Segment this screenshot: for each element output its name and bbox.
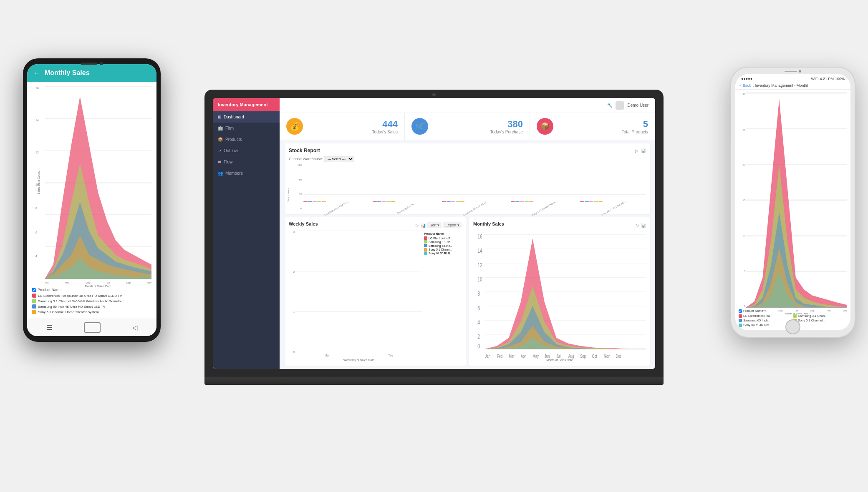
sidebar-label-outflow: Outflow xyxy=(224,148,238,153)
wrench-icon: 🔧 xyxy=(607,103,612,108)
sales-label: Today's Sales xyxy=(372,130,398,134)
weekly-chart-icon[interactable]: 📊 xyxy=(421,223,426,228)
back-button[interactable]: ← xyxy=(34,69,40,77)
android-back-btn[interactable]: ☰ xyxy=(46,324,52,331)
scene: ← Monthly Sales Sales Date Count 16 14 1… xyxy=(0,0,868,492)
bar-group-2 xyxy=(373,201,439,202)
iphone-home-button[interactable] xyxy=(785,319,800,334)
chart-icon[interactable]: 📊 xyxy=(641,148,646,153)
products-icon: 📦 xyxy=(218,137,223,142)
sidebar-item-dashboard[interactable]: ⊞ Dashboard xyxy=(213,111,280,123)
weekly-legend-sony51: Sony 5.1 Chann... xyxy=(424,248,462,251)
monthly-chart-svg: 16 14 12 10 8 6 4 2 0 xyxy=(473,231,646,358)
iphone-time: 4:21 PM xyxy=(820,77,834,81)
svg-text:12: 12 xyxy=(477,261,482,269)
monthly-expand-icon[interactable]: ▷ xyxy=(636,223,639,228)
stat-info-sales: 444 Today's Sales xyxy=(308,119,398,134)
svg-text:Feb: Feb xyxy=(497,353,503,359)
sidebar-label-flow: Flow xyxy=(224,160,232,164)
iphone-legend-sony64: Sony 64.5" 4K Ultr... xyxy=(739,323,792,327)
warehouse-label: Choose Warehouse: --- Select --- xyxy=(289,156,646,162)
sidebar-item-outflow[interactable]: ↗ Outflow xyxy=(213,145,280,156)
iphone-checkbox[interactable] xyxy=(739,309,742,313)
sidebar-item-firm[interactable]: 🏢 Firm xyxy=(213,123,280,134)
android-legend: Product Name LG Electronics Flat 55-Inch… xyxy=(27,284,156,319)
svg-text:Jul: Jul xyxy=(556,353,560,359)
charts-area: Stock Report ▷ 📊 Choose Warehouse: --- S… xyxy=(280,140,655,369)
weekly-sales-card: Weekly Sales ▷ 📊 Sort ▾ Export ▾ xyxy=(285,217,466,366)
warehouse-select[interactable]: --- Select --- xyxy=(324,156,354,162)
iphone-legend-sony51: Sony 5.1 Channel... xyxy=(793,319,847,322)
iphone-x-labels: Jan Mar May Jul Sep Nov Dec xyxy=(746,309,847,312)
svg-text:Oct: Oct xyxy=(592,353,597,359)
svg-text:Dec: Dec xyxy=(616,353,622,359)
iphone-camera xyxy=(799,70,801,73)
svg-text:0: 0 xyxy=(477,342,480,350)
purchase-icon: 🛒 xyxy=(411,118,428,135)
weekly-expand-icon[interactable]: ▷ xyxy=(416,223,419,228)
monthly-chart-icon[interactable]: 📊 xyxy=(641,223,646,228)
main-content: 🔧 Demo User 💰 444 Today's Sales xyxy=(280,98,655,369)
svg-text:10: 10 xyxy=(477,276,482,283)
top-bar: 🔧 Demo User xyxy=(280,98,655,113)
weekly-x-label: WeekDay of Sales Date xyxy=(295,359,422,361)
weekly-chart-inner: 3 2 1 0 xyxy=(289,231,462,361)
sidebar-label-firm: Firm xyxy=(225,126,234,131)
export-button[interactable]: Export ▾ xyxy=(443,222,462,228)
monthly-chart-container: 16 14 12 10 8 6 4 2 0 xyxy=(473,231,646,358)
products-label: Total Products xyxy=(622,130,648,134)
svg-text:16: 16 xyxy=(477,233,482,240)
outflow-icon: ↗ xyxy=(218,148,221,153)
purchase-label: Today's Purchase xyxy=(490,130,523,134)
sort-button[interactable]: Sort ▾ xyxy=(427,222,442,228)
stats-row: 💰 444 Today's Sales 🛒 380 Today's Purcha… xyxy=(280,113,655,140)
iphone-battery: 100% xyxy=(835,77,845,81)
sidebar-item-members[interactable]: 👥 Members xyxy=(213,168,280,179)
iphone-volume-down xyxy=(729,126,731,138)
user-name: Demo User xyxy=(627,103,648,108)
android-home-btn[interactable] xyxy=(84,322,101,333)
bar-group-1 xyxy=(303,201,369,202)
legend-dot-sony51 xyxy=(32,310,36,314)
iphone-chart-svg-container: Jan Mar May Jul Sep Nov Dec Month of Sal… xyxy=(746,93,847,307)
dashboard-icon: ⊞ xyxy=(218,115,221,119)
svg-text:14: 14 xyxy=(477,247,482,254)
iphone-back-button[interactable]: < Back xyxy=(739,83,751,88)
weekly-bars-container xyxy=(295,231,422,353)
iphone-legend-s65: Samsung 65-Inch... xyxy=(739,319,792,322)
firm-icon: 🏢 xyxy=(218,126,223,131)
stock-report-section: Stock Report ▷ 📊 Choose Warehouse: --- S… xyxy=(285,143,650,214)
stat-card-products: 📦 5 Total Products xyxy=(530,113,655,140)
weekly-legend-sony64: Sony 64.5" 4K U... xyxy=(424,251,462,255)
legend-item-lg: LG Electronics Flat 55-Inch 4K Ultra HD … xyxy=(32,294,151,298)
iphone-dot-s65 xyxy=(739,319,742,322)
sidebar-item-flow[interactable]: ⇄ Flow xyxy=(213,156,280,168)
stat-card-sales: 💰 444 Today's Sales xyxy=(280,113,405,140)
bar-lg-yellow xyxy=(322,201,326,202)
svg-text:Apr: Apr xyxy=(521,353,526,359)
stat-info-products: 5 Total Products xyxy=(558,119,648,134)
laptop-base xyxy=(204,377,664,385)
sidebar-label-products: Products xyxy=(225,137,242,142)
sidebar-label-members: Members xyxy=(225,171,243,176)
monthly-sales-title: Monthly Sales xyxy=(473,221,504,226)
products-icon-stat: 📦 xyxy=(537,118,553,135)
iphone-status-bar: ●●●●● WiFi 4:21 PM 100% xyxy=(735,74,850,82)
svg-text:May: May xyxy=(532,353,539,359)
svg-text:Mar: Mar xyxy=(509,353,515,359)
expand-icon[interactable]: ▷ xyxy=(635,148,638,153)
laptop: Inventory Management ⊞ Dashboard 🏢 Firm … xyxy=(204,90,664,402)
iphone-chart-with-axis: 30 25 20 15 10 5 0 xyxy=(739,93,847,307)
android-checkbox[interactable] xyxy=(32,288,36,292)
weekly-chart-area: 3 2 1 0 xyxy=(289,231,422,361)
svg-text:Aug: Aug xyxy=(568,353,574,359)
android-legend-items: LG Electronics Flat 55-Inch 4K Ultra HD … xyxy=(32,294,151,314)
svg-text:2: 2 xyxy=(477,333,480,340)
sidebar-item-products[interactable]: 📦 Products xyxy=(213,134,280,145)
bar-lg-pink xyxy=(313,201,317,202)
android-recent-btn[interactable]: ◁ xyxy=(132,324,137,331)
stock-report-title: Stock Report xyxy=(289,148,320,153)
sidebar-label-dashboard: Dashboard xyxy=(224,115,244,119)
monthly-x-label: Month of Sales Date xyxy=(473,359,646,361)
iphone-speaker xyxy=(785,71,797,72)
